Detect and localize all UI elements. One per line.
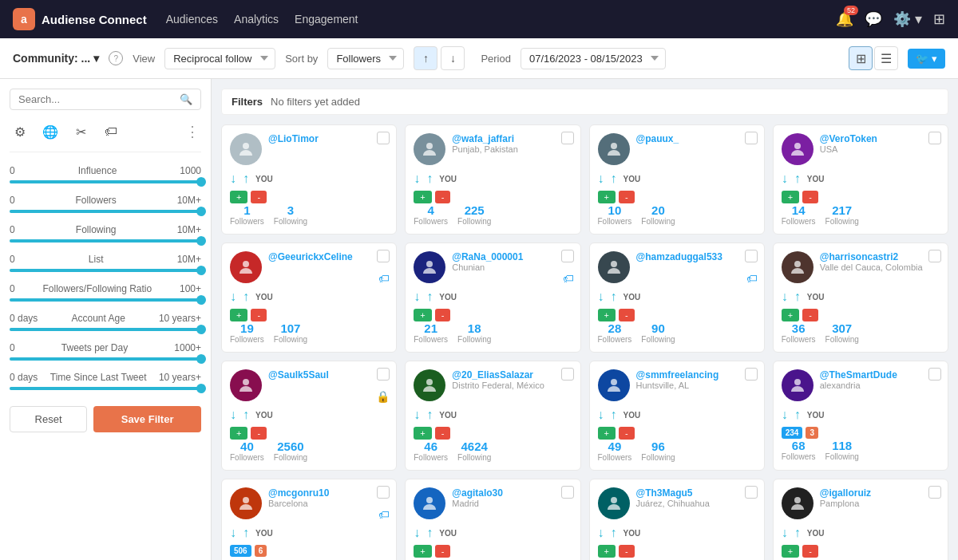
follow-button[interactable]: + [598,545,616,558]
help-icon[interactable]: ? [109,51,123,65]
period-select[interactable]: 07/16/2023 - 08/15/2023 [521,48,666,69]
following-slider-thumb[interactable] [196,236,206,246]
card-username[interactable]: @pauux_ [636,133,756,144]
card-username[interactable]: @harrisoncastri2 [820,251,940,262]
influence-slider-thumb[interactable] [196,177,206,187]
follow-button[interactable]: + [598,191,616,203]
sort-select[interactable]: Followers [327,48,404,69]
follow-button[interactable]: + [414,191,431,203]
unfollow-button[interactable]: - [251,427,267,440]
filter-scissors-icon[interactable]: ✂ [70,121,91,142]
messages-button[interactable]: 💬 [865,10,882,28]
filter-globe-icon[interactable]: 🌐 [40,121,61,142]
card-username[interactable]: @igalloruiz [820,487,940,499]
list-slider-track[interactable] [10,269,201,272]
card-checkbox[interactable] [928,486,941,499]
ratio-slider-thumb[interactable] [196,295,206,305]
follow-button[interactable]: + [782,191,799,203]
unfollow-button[interactable]: - [435,427,451,440]
ratio-slider-track[interactable] [10,298,201,302]
filter-sliders-icon[interactable]: ⚙ [10,121,30,142]
search-box[interactable]: 🔍 [10,89,201,110]
card-username[interactable]: @RaNa_000001 [452,251,572,262]
follow-button[interactable]: + [414,309,431,321]
followers-slider-thumb[interactable] [196,207,206,216]
following-slider-track[interactable] [10,239,201,243]
follow-button[interactable]: + [230,309,247,321]
card-username[interactable]: @Th3Magu5 [636,487,756,499]
list-view-button[interactable]: ☰ [874,46,898,70]
follow-button[interactable]: + [414,427,431,440]
card-checkbox[interactable] [928,132,941,144]
card-checkbox[interactable] [561,486,574,499]
grid-view-button[interactable]: ⊞ [849,46,873,70]
apps-button[interactable]: ⊞ [933,10,945,28]
community-selector[interactable]: Community: ... ▾ [13,52,99,65]
brand-logo[interactable]: a Audiense Connect [13,8,147,30]
follow-button[interactable]: + [230,191,247,203]
follow-button[interactable]: + [230,427,247,440]
card-checkbox[interactable] [377,486,390,499]
age-slider-track[interactable] [10,328,201,331]
unfollow-button[interactable]: - [619,545,635,558]
unfollow-button[interactable]: - [251,191,267,203]
unfollow-button[interactable]: - [251,309,267,321]
unfollow-button[interactable]: - [619,427,635,440]
follow-button[interactable]: + [414,545,431,558]
card-username[interactable]: @mcgonru10 [268,487,388,499]
influence-slider-track[interactable] [10,180,201,183]
follow-button[interactable]: + [598,427,616,440]
unfollow-button[interactable]: - [435,309,451,321]
card-checkbox[interactable] [561,250,574,262]
sort-asc-button[interactable]: ↑ [414,46,437,70]
search-input[interactable] [18,93,175,105]
card-checkbox[interactable] [561,368,574,381]
age-slider-thumb[interactable] [196,325,206,334]
card-username[interactable]: @agitalo30 [452,487,572,499]
unfollow-button[interactable]: - [802,309,818,321]
card-checkbox[interactable] [928,250,941,262]
tweets-slider-thumb[interactable] [196,354,206,364]
unfollow-button[interactable]: - [802,545,818,558]
card-username[interactable]: @VeroToken [820,133,940,144]
card-checkbox[interactable] [377,368,390,381]
settings-button[interactable]: ⚙️ ▾ [893,10,922,28]
card-username[interactable]: @20_EliasSalazar [452,369,572,381]
card-checkbox[interactable] [928,368,941,381]
card-checkbox[interactable] [377,132,390,144]
unfollow-button[interactable]: - [435,191,451,203]
unfollow-button[interactable]: - [802,191,818,203]
list-slider-thumb[interactable] [196,266,206,275]
card-username[interactable]: @LioTimor [268,133,388,144]
card-checkbox[interactable] [745,250,758,262]
filter-tag-icon[interactable]: 🏷 [101,121,121,142]
card-username[interactable]: @hamzaduggal533 [636,251,756,262]
follow-button[interactable]: + [782,545,799,558]
followers-slider-track[interactable] [10,210,201,213]
card-checkbox[interactable] [561,132,574,144]
unfollow-button[interactable]: - [435,545,451,558]
card-username[interactable]: @smmfreelancing [636,369,756,381]
notifications-button[interactable]: 🔔 52 [836,10,853,28]
card-checkbox[interactable] [745,486,758,499]
reset-button[interactable]: Reset [10,406,87,432]
filter-more-icon[interactable]: ⋮ [185,123,201,140]
card-checkbox[interactable] [745,132,758,144]
sort-desc-button[interactable]: ↓ [441,46,465,70]
card-username[interactable]: @wafa_jaffari [452,133,572,144]
save-filter-button[interactable]: Save Filter [93,406,201,432]
nav-engagement[interactable]: Engagement [295,13,358,26]
card-username[interactable]: @Saulk5Saul [268,369,388,381]
nav-analytics[interactable]: Analytics [234,13,279,26]
unfollow-button[interactable]: - [619,309,635,321]
card-username[interactable]: @GeeurickxCeline [268,251,388,262]
nav-audiences[interactable]: Audiences [166,13,218,26]
twitter-action-button[interactable]: 🐦 ▾ [908,49,945,69]
last-tweet-slider-thumb[interactable] [196,384,206,393]
card-username[interactable]: @TheSmartDude [820,369,940,381]
card-checkbox[interactable] [745,368,758,381]
card-checkbox[interactable] [377,250,390,262]
view-select[interactable]: Reciprocal follow [164,48,275,69]
last-tweet-slider-track[interactable] [10,387,201,390]
follow-button[interactable]: + [598,309,616,321]
